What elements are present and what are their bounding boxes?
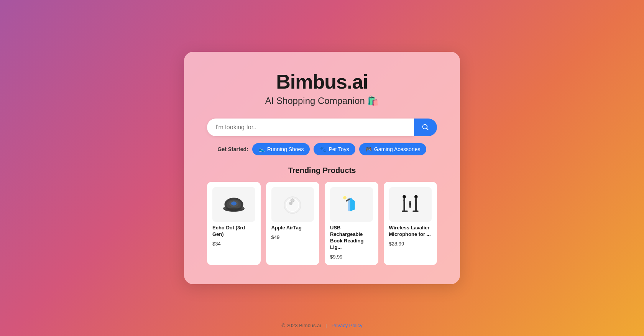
product-card-echo-dot[interactable]: Echo Dot (3rd Gen) $34 [207,182,261,265]
product-image-airtag [271,187,314,222]
app-subtitle: AI Shopping Companion 🛍️ [265,96,379,106]
product-name-lavalier-mic: Wireless Lavalier Microphone for ... [389,225,432,238]
search-input[interactable] [207,119,414,136]
product-price-book-light: $9.99 [330,254,373,260]
product-name-airtag: Apple AirTag [271,225,314,231]
main-card: Bimbus.ai AI Shopping Companion 🛍️ Get S… [184,52,460,284]
svg-marker-15 [350,198,355,211]
privacy-policy-link[interactable]: Privacy Policy [332,323,363,328]
product-image-echo-dot [212,187,255,222]
running-shoes-emoji: 👟 [258,146,265,152]
running-shoes-label: Running Shoes [267,146,304,152]
get-started-row: Get Started: 👟 Running Shoes 🐾 Pet Toys … [218,143,427,155]
product-price-echo-dot: $34 [212,241,255,247]
pet-toys-emoji: 🐾 [320,146,326,152]
gaming-emoji: 🎮 [365,146,372,152]
svg-point-4 [231,201,237,206]
search-button[interactable] [414,119,437,136]
svg-point-26 [415,196,417,198]
footer: © 2023 Bimbus.ai | Privacy Policy [281,323,362,328]
app-title: Bimbus.ai [276,70,368,93]
footer-copyright: © 2023 Bimbus.ai [281,323,321,328]
svg-rect-30 [410,203,411,206]
svg-rect-27 [402,211,408,212]
products-grid: Echo Dot (3rd Gen) $34 Apple AirTag $49 [207,182,437,265]
search-icon [422,124,429,131]
trending-title: Trending Products [207,166,437,175]
airtag-icon [279,191,306,218]
pet-toys-label: Pet Toys [329,146,349,152]
search-row [207,119,437,136]
product-image-book-light [330,187,373,222]
product-card-airtag[interactable]: Apple AirTag $49 [266,182,320,265]
product-card-lavalier-mic[interactable]: Wireless Lavalier Microphone for ... $28… [384,182,437,265]
product-name-book-light: USB Rechargeable Book Reading Lig... [330,225,373,251]
chip-gaming-accessories[interactable]: 🎮 Gaming Acessories [359,143,427,155]
svg-rect-28 [412,211,419,212]
chip-pet-toys[interactable]: 🐾 Pet Toys [314,143,355,155]
book-light-icon [338,191,365,218]
echo-dot-icon [220,191,247,218]
get-started-label: Get Started: [218,146,248,152]
chip-running-shoes[interactable]: 👟 Running Shoes [252,143,310,155]
svg-point-5 [224,208,244,211]
footer-divider: | [325,323,327,328]
product-image-lavalier-mic [389,187,432,222]
product-name-echo-dot: Echo Dot (3rd Gen) [212,225,255,238]
product-price-airtag: $49 [271,234,314,240]
svg-point-18 [344,197,346,199]
svg-point-22 [403,196,405,198]
svg-point-12 [291,199,294,202]
microphone-icon [397,191,424,218]
product-price-lavalier-mic: $28.99 [389,241,432,247]
product-card-book-light[interactable]: USB Rechargeable Book Reading Lig... $9.… [325,182,378,265]
gaming-label: Gaming Acessories [374,146,421,152]
